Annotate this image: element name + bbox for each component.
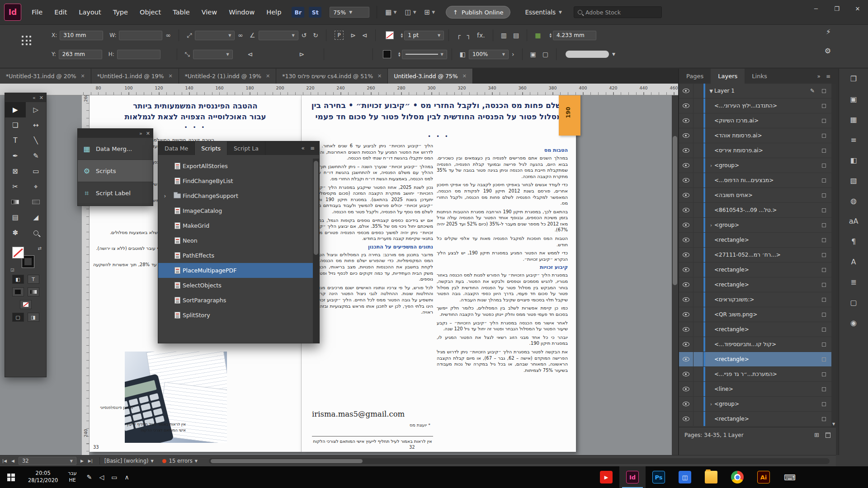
visibility-cell[interactable] bbox=[679, 99, 693, 113]
start-button[interactable] bbox=[0, 466, 22, 488]
layer-name[interactable]: <פרסומת איריס.ai> bbox=[714, 147, 818, 154]
paragraph-badge[interactable]: P bbox=[335, 31, 344, 40]
layer-name[interactable]: <8610543-...09 ...טל.> bbox=[714, 207, 818, 213]
rotate-ccw-icon[interactable]: ↺ bbox=[302, 32, 307, 39]
visibility-cell[interactable] bbox=[679, 173, 693, 188]
layer-name[interactable]: <rectangle> bbox=[714, 326, 818, 333]
tray-icon[interactable]: ◁ bbox=[99, 474, 104, 481]
layer-name[interactable]: <rectangle> bbox=[714, 237, 818, 243]
script-list-item[interactable]: PlaceMultipagePDF bbox=[158, 263, 313, 278]
document-tab[interactable]: *Untitled-31.indd @ 20% ✕ bbox=[0, 69, 91, 84]
document-tab[interactable]: Untitled-3.indd @ 75% ✕ bbox=[388, 69, 473, 84]
panel-tab[interactable]: Scripts bbox=[195, 141, 227, 155]
eye-icon[interactable] bbox=[683, 387, 689, 391]
panel-dock-icon[interactable]: ▢ bbox=[839, 292, 868, 313]
layer-row[interactable]: › <group> ✎ bbox=[679, 397, 831, 412]
eye-icon[interactable] bbox=[683, 238, 689, 242]
scripts-scrollbar[interactable] bbox=[313, 159, 319, 343]
visibility-cell[interactable] bbox=[679, 248, 693, 262]
script-list-item[interactable]: Neon bbox=[158, 233, 313, 248]
eye-icon[interactable] bbox=[683, 312, 689, 317]
layer-name[interactable]: Layer 1 bbox=[714, 88, 810, 94]
layer-row[interactable]: <משובקוראים:> ✎ bbox=[679, 292, 831, 307]
script-list-item[interactable]: PathEffects bbox=[158, 248, 313, 263]
visibility-cell[interactable] bbox=[679, 352, 693, 366]
corner-radius-field[interactable]: 4.233 mm bbox=[553, 31, 596, 40]
rows-icon[interactable]: ▤ bbox=[513, 32, 519, 39]
panel-tab[interactable]: Script La bbox=[227, 141, 265, 155]
script-list-item[interactable]: ImageCatalog bbox=[158, 203, 313, 218]
last-page-button[interactable]: ▶| bbox=[86, 459, 95, 463]
close-tab-icon[interactable]: ✕ bbox=[266, 73, 270, 79]
panel-dock-icon[interactable]: ◧ bbox=[839, 150, 868, 170]
layer-row[interactable]: <פרסומת אוהד.ai> ✎ bbox=[679, 128, 831, 143]
text-wrap-icon[interactable]: ▣ bbox=[530, 51, 536, 58]
tool-button[interactable] bbox=[5, 194, 26, 210]
layer-row[interactable]: <אחים תשובה> ✎ bbox=[679, 188, 831, 203]
gear-icon[interactable]: ⚙ bbox=[825, 47, 831, 55]
layer-name[interactable]: <QR משוב.png> bbox=[714, 311, 818, 318]
taskbar-app[interactable] bbox=[724, 466, 750, 488]
eye-icon[interactable] bbox=[683, 118, 689, 123]
lock-cell[interactable] bbox=[693, 218, 703, 232]
target-square-icon[interactable] bbox=[822, 417, 826, 421]
spread-right-page[interactable]: לשלם פחות מס הכנסה, ולקבל החזרי מס • ״קי… bbox=[302, 95, 576, 452]
eye-icon[interactable] bbox=[683, 208, 689, 212]
chevron-down-icon[interactable]: ▼ bbox=[148, 459, 156, 463]
view-options-button[interactable]: ▦▼ bbox=[385, 8, 396, 16]
previous-page-button[interactable]: ◀ bbox=[9, 459, 17, 463]
layer-row[interactable]: <rectangle> ✎ bbox=[679, 233, 831, 248]
tool-button[interactable]: ❏ bbox=[5, 117, 26, 133]
visibility-cell[interactable] bbox=[679, 307, 693, 322]
lock-cell[interactable] bbox=[693, 322, 703, 337]
restore-button[interactable]: ❐ bbox=[826, 0, 847, 17]
dock-panel-button[interactable]: ⚙ Scripts bbox=[78, 160, 153, 182]
layer-name[interactable]: <אחים תשובה> bbox=[714, 192, 818, 198]
layer-name[interactable]: <group> bbox=[714, 162, 818, 169]
layer-row[interactable]: <rectangle> ✎ bbox=[679, 352, 831, 367]
layer-row[interactable]: › <group> ✎ bbox=[679, 158, 831, 173]
lock-cell[interactable] bbox=[693, 263, 703, 277]
script-list-item[interactable]: SortParagraphs bbox=[158, 293, 313, 308]
panel-dock-icon[interactable]: ¶ bbox=[839, 231, 868, 252]
eye-icon[interactable] bbox=[683, 133, 689, 138]
target-square-icon[interactable] bbox=[822, 104, 826, 108]
new-layer-icon[interactable]: ⊞ bbox=[814, 432, 819, 438]
eye-icon[interactable] bbox=[683, 297, 689, 302]
eye-icon[interactable] bbox=[683, 327, 689, 332]
eye-icon[interactable] bbox=[683, 103, 689, 108]
page-number-combo[interactable]: 32▼ bbox=[19, 457, 76, 465]
lock-cell[interactable] bbox=[693, 352, 703, 366]
bridge-badge[interactable]: Br bbox=[292, 7, 304, 18]
script-list-item[interactable]: FindChangeSupport bbox=[158, 188, 313, 203]
fill-swatch-none[interactable] bbox=[12, 247, 24, 258]
object-style-preview[interactable] bbox=[566, 51, 609, 58]
eye-icon[interactable] bbox=[683, 253, 689, 257]
visibility-cell[interactable] bbox=[679, 263, 693, 277]
tool-button[interactable]: ⌖ bbox=[26, 179, 47, 194]
document-tab[interactable]: *130 שישים פלוס cs4.indd @ 51% ✕ bbox=[276, 69, 388, 84]
menu-item[interactable]: Edit bbox=[48, 0, 73, 25]
panel-tab[interactable]: Pages bbox=[679, 69, 711, 84]
eye-icon[interactable] bbox=[683, 178, 689, 183]
expander-icon[interactable]: ▼ bbox=[708, 89, 714, 94]
layer-name[interactable]: <מרכז השיווק.ai> bbox=[714, 117, 818, 124]
eye-icon[interactable] bbox=[683, 148, 689, 153]
target-square-icon[interactable] bbox=[822, 253, 826, 257]
tool-button[interactable]: ▭ bbox=[26, 164, 47, 179]
taskbar-app[interactable]: ⌨ bbox=[777, 466, 803, 488]
stock-badge[interactable]: St bbox=[309, 7, 321, 18]
stroke-style-dropdown[interactable]: ▼ bbox=[402, 50, 447, 59]
fill-color-swatch[interactable] bbox=[383, 50, 391, 58]
eye-icon[interactable] bbox=[683, 223, 689, 227]
target-square-icon[interactable] bbox=[822, 357, 826, 361]
eye-icon[interactable] bbox=[683, 342, 689, 347]
taskbar-app[interactable] bbox=[803, 466, 829, 488]
tool-button[interactable]: ◢ bbox=[26, 210, 47, 225]
menu-item[interactable]: Layout bbox=[73, 0, 107, 25]
layer-row[interactable]: › <group> ✎ bbox=[679, 218, 831, 233]
flip-horizontal-icon[interactable]: ⊳ bbox=[350, 32, 356, 39]
workspace-switcher[interactable]: Essentials▼ bbox=[525, 9, 561, 16]
horizontal-scrollbar[interactable] bbox=[209, 458, 830, 464]
target-square-icon[interactable] bbox=[822, 149, 826, 153]
